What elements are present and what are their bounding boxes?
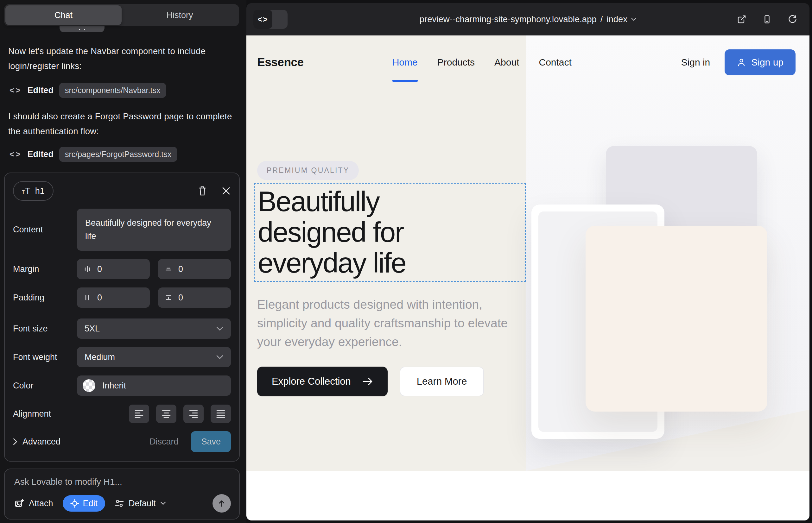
delete-element-button[interactable] bbox=[197, 185, 208, 196]
align-right-icon bbox=[189, 409, 198, 418]
chevron-down-icon bbox=[216, 355, 223, 359]
nav-link-contact[interactable]: Contact bbox=[539, 57, 572, 68]
chevron-down-icon bbox=[216, 326, 223, 331]
align-center-button[interactable] bbox=[156, 404, 176, 423]
align-right-button[interactable] bbox=[183, 404, 204, 423]
lovable-sidebar: Chat History Now let's update the Navbar… bbox=[0, 0, 246, 523]
selected-element-tag[interactable]: тT h1 bbox=[13, 181, 54, 201]
padding-vertical-icon bbox=[164, 293, 173, 302]
edited-file-row[interactable]: <> Edited src/pages/ForgotPassword.tsx bbox=[10, 147, 177, 162]
align-center-icon bbox=[161, 409, 171, 418]
chat-message: Now let's update the Navbar component to… bbox=[8, 44, 235, 73]
margin-horizontal-icon bbox=[83, 265, 91, 273]
chevron-right-icon bbox=[13, 438, 17, 445]
sign-up-button[interactable]: Sign up bbox=[725, 49, 796, 75]
font-weight-select[interactable]: Medium bbox=[77, 347, 231, 367]
h1-selection-outline[interactable]: Beautifully designed for everyday life bbox=[254, 183, 526, 282]
element-editor-panel: тT h1 Content Beautifully designed for e… bbox=[4, 173, 240, 462]
chevron-down-icon bbox=[631, 18, 636, 21]
arrow-right-icon bbox=[362, 377, 373, 385]
nav-auth-group: Sign in Sign up bbox=[681, 49, 796, 75]
discard-button[interactable]: Discard bbox=[149, 437, 179, 447]
hero-decorative-card-cream bbox=[586, 226, 767, 412]
code-icon: <> bbox=[10, 86, 21, 95]
explore-collection-button[interactable]: Explore Collection bbox=[257, 366, 388, 396]
hero-cta-group: Explore Collection Learn More bbox=[257, 366, 484, 396]
code-icon: <> bbox=[10, 149, 21, 159]
url-host: preview--charming-site-symphony.lovable.… bbox=[420, 14, 597, 24]
hero-heading[interactable]: Beautifully designed for everyday life bbox=[258, 186, 525, 278]
edit-mode-button[interactable]: Edit bbox=[63, 495, 105, 511]
sign-in-button[interactable]: Sign in bbox=[681, 57, 710, 68]
color-swatch bbox=[83, 379, 95, 392]
target-icon bbox=[70, 499, 79, 508]
nav-link-home[interactable]: Home bbox=[392, 57, 418, 68]
preview-toolbar: <> preview--charming-site-symphony.lovab… bbox=[246, 3, 810, 35]
color-picker[interactable]: Inherit bbox=[77, 376, 231, 396]
save-button[interactable]: Save bbox=[191, 431, 231, 452]
learn-more-button[interactable]: Learn More bbox=[400, 366, 484, 396]
arrow-up-icon bbox=[217, 499, 226, 508]
margin-label: Margin bbox=[13, 264, 77, 274]
open-external-button[interactable] bbox=[737, 14, 747, 24]
url-separator: / bbox=[600, 14, 603, 24]
code-preview-toggle[interactable]: <> bbox=[253, 10, 287, 29]
padding-horizontal-input[interactable]: 0 bbox=[77, 287, 150, 308]
send-button[interactable] bbox=[212, 494, 231, 512]
close-editor-button[interactable] bbox=[222, 186, 231, 196]
mobile-view-button[interactable] bbox=[762, 14, 772, 24]
edit-action-label: Edited bbox=[27, 149, 54, 159]
close-icon bbox=[222, 186, 231, 196]
sliders-icon bbox=[114, 499, 124, 508]
element-tag-label: h1 bbox=[35, 186, 45, 196]
composer-input[interactable]: Ask Lovable to modify H1... bbox=[14, 477, 231, 487]
tab-chat[interactable]: Chat bbox=[5, 5, 122, 25]
nav-link-about[interactable]: About bbox=[494, 57, 519, 68]
refresh-icon bbox=[787, 14, 797, 24]
align-left-button[interactable] bbox=[129, 404, 149, 423]
url-page: index bbox=[606, 14, 628, 24]
padding-vertical-input[interactable]: 0 bbox=[158, 287, 231, 308]
padding-label: Padding bbox=[13, 293, 77, 303]
mobile-icon bbox=[762, 14, 772, 24]
chat-message: I should also create a Forgot Password p… bbox=[8, 109, 235, 139]
edited-file-chip[interactable]: src/pages/ForgotPassword.tsx bbox=[59, 147, 177, 162]
color-label: Color bbox=[13, 381, 77, 391]
preview-url[interactable]: preview--charming-site-symphony.lovable.… bbox=[420, 14, 636, 24]
chevron-down-icon bbox=[160, 502, 166, 505]
premium-quality-badge: PREMIUM QUALITY bbox=[257, 161, 359, 180]
align-justify-button[interactable] bbox=[211, 404, 231, 423]
typography-icon: тT bbox=[22, 186, 31, 196]
tab-history[interactable]: History bbox=[122, 5, 238, 25]
hero-description: Elegant products designed with intention… bbox=[257, 295, 526, 351]
attach-image-icon bbox=[14, 498, 24, 508]
font-weight-label: Font weight bbox=[13, 353, 77, 362]
refresh-button[interactable] bbox=[787, 14, 797, 24]
sidebar-tabbar: Chat History bbox=[4, 4, 239, 26]
open-external-icon bbox=[737, 14, 747, 24]
edit-action-label: Edited bbox=[27, 86, 54, 95]
advanced-toggle[interactable]: Advanced bbox=[13, 437, 60, 447]
user-icon bbox=[737, 58, 746, 67]
margin-horizontal-input[interactable]: 0 bbox=[77, 259, 150, 279]
content-label: Content bbox=[13, 225, 77, 235]
margin-vertical-input[interactable]: 0 bbox=[158, 259, 231, 279]
attach-button[interactable]: Attach bbox=[14, 498, 53, 508]
site-navbar: Essence Home Products About Contact Sign… bbox=[246, 35, 810, 89]
mode-select[interactable]: Default bbox=[114, 499, 166, 508]
chat-composer[interactable]: Ask Lovable to modify H1... Attach Edit … bbox=[4, 469, 240, 520]
trash-icon bbox=[197, 185, 208, 196]
edited-file-chip[interactable]: src/components/Navbar.tsx bbox=[59, 83, 166, 98]
nav-link-products[interactable]: Products bbox=[437, 57, 475, 68]
site-canvas: Essence Home Products About Contact Sign… bbox=[246, 35, 810, 521]
edited-file-row[interactable]: <> Edited src/components/Navbar.tsx bbox=[10, 83, 166, 98]
padding-horizontal-icon bbox=[83, 293, 91, 302]
nav-links: Home Products About Contact bbox=[392, 57, 572, 68]
content-input[interactable]: Beautifully designed for everyday life bbox=[77, 209, 231, 251]
site-logo[interactable]: Essence bbox=[257, 56, 304, 69]
code-icon: <> bbox=[253, 10, 272, 29]
hero-section: Essence Home Products About Contact Sign… bbox=[246, 35, 810, 471]
margin-vertical-icon bbox=[164, 265, 173, 273]
font-size-select[interactable]: 5XL bbox=[77, 319, 231, 339]
align-justify-icon bbox=[216, 409, 226, 418]
